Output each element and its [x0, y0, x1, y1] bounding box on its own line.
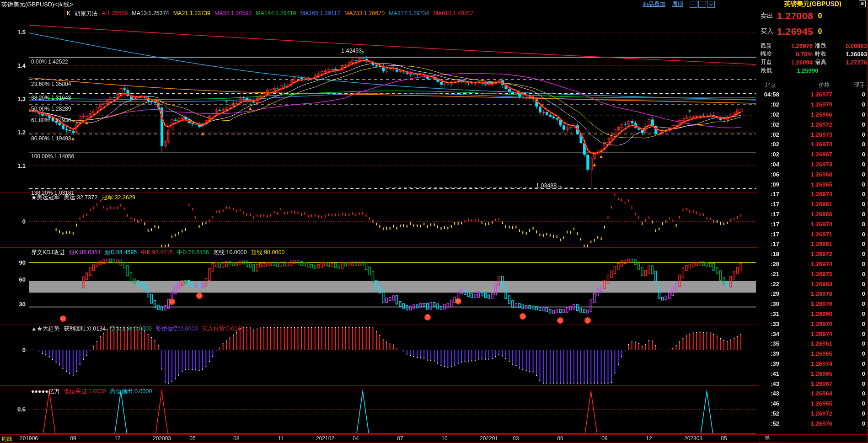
tick-row[interactable]: :411.269650	[758, 368, 867, 379]
date-axis-label: 201906	[20, 435, 38, 442]
date-axis-label: 12	[646, 435, 652, 442]
tick-row[interactable]: :301.269760	[758, 299, 867, 309]
tick-row[interactable]: :431.269640	[758, 389, 867, 399]
tick-row[interactable]: :171.269740	[758, 219, 867, 229]
header-segment: 坚绝做空:0.0000	[156, 325, 198, 333]
tick-row[interactable]: :521.269720	[758, 409, 867, 419]
tick-row[interactable]: :021.269670	[758, 149, 867, 160]
date-axis-label: 03	[513, 435, 519, 442]
period-indicator[interactable]: 周线	[1, 435, 12, 443]
tick-volume: 0	[848, 400, 867, 407]
buy-price[interactable]: 1.26945	[777, 26, 813, 37]
sell-label: 卖出	[761, 12, 773, 20]
tick-row[interactable]: :311.269600	[758, 309, 867, 319]
y-axis-label: 1.2	[0, 129, 26, 136]
tick-row[interactable]: :331.269700	[758, 319, 867, 329]
overlay-commodity-link[interactable]: 商品叠加	[643, 0, 665, 8]
tick-time: :39	[758, 350, 779, 357]
tick-row[interactable]: :021.269720	[758, 119, 867, 129]
panel-header-aoyun: ★奥运冠军奥运:32.7372冠军:32.3629	[31, 194, 135, 202]
buy-quote-row[interactable]: 买入 1.26945 0	[758, 24, 867, 38]
tick-row[interactable]: :521.269760	[758, 418, 867, 428]
tick-price: 1.26974	[779, 191, 848, 197]
tick-row[interactable]: :171.269610	[758, 239, 867, 249]
panel-divider	[0, 247, 758, 248]
tick-row[interactable]: :221.269630	[758, 279, 867, 289]
tick-row[interactable]: :021.269740	[758, 139, 867, 149]
sell-arrow-icon: ▼	[224, 99, 229, 104]
tick-row[interactable]: :351.269610	[758, 339, 867, 349]
tick-row[interactable]: :021.269660	[758, 110, 867, 120]
tick-price: 1.26965	[779, 400, 848, 407]
buy-arrow-icon: ▲	[70, 136, 76, 141]
y-axis-label: 1.5	[0, 29, 26, 36]
prev-window-icon[interactable]: ←	[690, 1, 697, 8]
tick-col-price: 价格	[776, 81, 854, 89]
sell-volume: 0	[818, 12, 822, 20]
fib-level-label: 38.20% 1.31648	[31, 95, 71, 101]
tick-price: 1.26961	[779, 201, 848, 208]
tab-tick-detail[interactable]: 笔	[760, 435, 775, 442]
tick-volume: 0	[848, 261, 867, 267]
sell-quote-row[interactable]: 卖出 1.27008 0	[758, 9, 867, 23]
tick-price: 1.26971	[779, 231, 848, 238]
tick-time: :34	[758, 331, 779, 337]
tick-row[interactable]: :021.269790	[758, 100, 867, 110]
fib-level-label: 100.00% 1.14056	[31, 153, 74, 160]
tick-time: :02	[758, 131, 779, 138]
tick-row[interactable]: :171.269740	[758, 189, 867, 199]
trading-terminal: 英镑美元(GBPUSD)<周线> 商品叠加 周期 ← → ⊟ ▣ K胡家刀法A:…	[0, 0, 868, 443]
next-window-icon[interactable]: →	[698, 1, 706, 8]
tick-row[interactable]: :171.269660	[758, 209, 867, 219]
window-title: 英镑美元(GBPUSD)<周线>	[1, 0, 73, 9]
top-toolbar: 商品叠加 周期 ← → ⊟	[643, 0, 716, 8]
tick-row[interactable]: :291.269780	[758, 289, 867, 299]
tick-price: 1.26978	[779, 290, 848, 297]
tick-row[interactable]: :091.269650	[758, 179, 867, 189]
y-axis-label: 1.4	[0, 62, 26, 69]
quote-field-value: 0.70%	[772, 51, 813, 58]
tick-time: :17	[758, 240, 779, 247]
tick-row[interactable]: :211.269750	[758, 269, 867, 279]
tick-price: 1.26974	[779, 141, 848, 148]
y-axis-label: 1.1	[0, 162, 26, 169]
panel-scale-label: 60	[0, 276, 26, 283]
tick-volume: 0	[848, 281, 867, 288]
panel-scale-label: 0.6	[0, 406, 26, 413]
tick-price: 1.26977	[779, 91, 848, 98]
header-segment: 底线:10.0000	[213, 249, 247, 256]
header-segment: MA13:1.25374	[132, 10, 169, 18]
tick-volume: 0	[848, 231, 867, 238]
tick-row[interactable]: :431.269670	[758, 379, 867, 389]
tick-row[interactable]: :201.269740	[758, 259, 867, 269]
tick-row[interactable]: 04:581.269770	[758, 90, 867, 100]
tick-row[interactable]: :391.269740	[758, 359, 867, 369]
tick-price: 1.26960	[779, 310, 848, 317]
tick-row[interactable]: :181.269720	[758, 249, 867, 259]
tick-price: 1.26974	[779, 331, 848, 337]
split-window-icon[interactable]: ⊟	[707, 1, 715, 8]
tick-row[interactable]: :171.269710	[758, 229, 867, 239]
tick-row[interactable]: :341.269740	[758, 329, 867, 339]
date-axis-label: 202102	[316, 435, 334, 442]
tick-volume: 0	[848, 340, 867, 347]
tick-volume: 0	[848, 240, 867, 247]
tick-time: :33	[758, 320, 779, 327]
tick-price: 1.26974	[779, 261, 848, 267]
panel-divider	[0, 434, 868, 435]
tick-time: :04	[758, 161, 779, 168]
smiley-icon: ☺	[455, 298, 461, 304]
header-segment: 空头回补:0.0000	[110, 325, 152, 333]
buy-arrow-icon: ▲	[592, 162, 597, 167]
tick-row[interactable]: :171.269610	[758, 199, 867, 209]
tick-row[interactable]: :461.269650	[758, 399, 867, 409]
sell-price[interactable]: 1.27008	[777, 11, 813, 21]
header-segment: 顶线:90.0000	[251, 249, 285, 256]
tick-row[interactable]: :041.269740	[758, 160, 867, 170]
tick-row[interactable]: :391.269650	[758, 349, 867, 359]
tick-row[interactable]: :061.269680	[758, 169, 867, 179]
chart-canvas[interactable]	[0, 0, 868, 443]
period-link[interactable]: 周期	[672, 0, 683, 8]
tick-row[interactable]: :021.269730	[758, 129, 867, 139]
tick-price: 1.26972	[779, 251, 848, 257]
